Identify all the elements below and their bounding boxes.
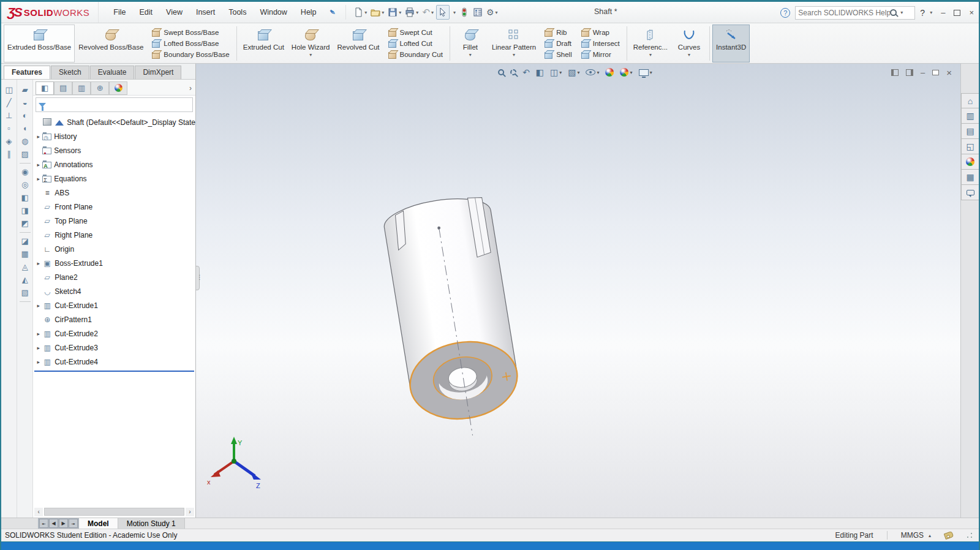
select-dropdown[interactable]: ▾ [451, 8, 457, 17]
open-button[interactable]: ▾ [369, 6, 385, 19]
menu-edit[interactable]: Edit [134, 6, 159, 19]
axis-tool-icon[interactable]: ╱ [7, 99, 12, 107]
units-dropdown[interactable]: MMGS▴ [901, 531, 931, 540]
swept-boss-base-button[interactable]: Swept Boss/Base [149, 28, 231, 37]
menu-file[interactable]: File [107, 6, 132, 19]
configurationmanager-tab[interactable]: ▥ [72, 81, 91, 95]
feature-tool-icon[interactable]: ◨ [21, 206, 28, 215]
feature-tool-icon[interactable]: ◧ [21, 194, 28, 202]
swept-cut-button[interactable]: Swept Cut [386, 28, 445, 37]
help-menu[interactable]: ? [920, 8, 925, 18]
tab-evaluate[interactable]: Evaluate [90, 66, 135, 79]
mate-reference-tool-icon[interactable]: ∥ [7, 150, 11, 159]
expand-arrow-icon[interactable]: ▸ [34, 260, 42, 266]
intersect-button[interactable]: Intersect [579, 39, 622, 48]
search-icon[interactable] [890, 9, 897, 16]
featuremanager-design-tree-tab[interactable]: ◧ [36, 81, 54, 95]
first-tab-icon[interactable]: ⯬ [39, 519, 48, 528]
coordinate-system-tool-icon[interactable]: ⊥ [6, 111, 12, 120]
rib-button[interactable]: Rib [542, 28, 574, 37]
menu-view[interactable]: View [160, 6, 189, 19]
draft-button[interactable]: Draft [542, 39, 574, 48]
next-tab-icon[interactable]: ▶ [59, 519, 68, 528]
view-palette-button[interactable]: ◱ [961, 139, 979, 154]
feature-tool-icon[interactable]: ◎ [21, 181, 28, 189]
menu-insert[interactable]: Insert [190, 6, 221, 19]
previous-tab-icon[interactable]: ◀ [49, 519, 58, 528]
feature-tool-icon[interactable]: ◍ [21, 137, 28, 146]
scrollbar-thumb[interactable] [44, 508, 184, 516]
tree-item-cut-extrude4[interactable]: ▸ ▥ Cut-Extrude4 [34, 355, 195, 369]
undo-button[interactable]: ↶ ▾ [421, 6, 435, 19]
feature-tool-icon[interactable]: ◩ [21, 219, 28, 228]
menu-help[interactable]: Help [295, 6, 323, 19]
extruded-boss-base-button[interactable]: Extruded Boss/Base [4, 24, 75, 62]
tab-features[interactable]: Features [4, 66, 50, 79]
panel-horizontal-scrollbar[interactable]: ‹ › [34, 507, 194, 516]
rollback-bar[interactable] [34, 371, 194, 372]
tree-item-origin[interactable]: ▸ ∟ Origin [34, 242, 195, 256]
shell-button[interactable]: Shell [542, 50, 574, 59]
boundary-cut-button[interactable]: Boundary Cut [386, 50, 445, 59]
panel-expand-chevron[interactable]: › [189, 84, 194, 92]
tree-item-history[interactable]: ▸ History [34, 129, 195, 143]
center-of-mass-tool-icon[interactable]: ◈ [6, 137, 12, 146]
tree-item-cirpattern1[interactable]: ▸ ⊕ CirPattern1 [34, 312, 195, 326]
lofted-cut-button[interactable]: Lofted Cut [386, 39, 445, 48]
wrap-button[interactable]: Wrap [579, 28, 622, 37]
expand-arrow-icon[interactable]: ▸ [34, 176, 42, 182]
displaymanager-tab[interactable] [109, 81, 127, 95]
help-search-input[interactable] [798, 9, 890, 17]
solidworks-resources-button[interactable]: ⌂ [961, 93, 979, 108]
model-tab[interactable]: Model [79, 518, 118, 529]
new-document-button[interactable]: ▾ [352, 6, 368, 19]
tree-item-cut-extrude3[interactable]: ▸ ▥ Cut-Extrude3 [34, 341, 195, 355]
close-button[interactable]: × [969, 8, 974, 17]
tree-item-cut-extrude2[interactable]: ▸ ▥ Cut-Extrude2 [34, 326, 195, 341]
menu-tools[interactable]: Tools [222, 6, 252, 19]
search-dropdown-icon[interactable]: ▾ [900, 10, 903, 15]
tree-item-sensors[interactable]: ▸ Sensors [34, 143, 195, 157]
lofted-boss-base-button[interactable]: Lofted Boss/Base [149, 39, 231, 48]
help-circle-icon[interactable]: ? [780, 8, 790, 18]
plane-tool-icon[interactable]: ◫ [5, 86, 12, 94]
menu-window[interactable]: Window [254, 6, 293, 19]
selection-filter-button[interactable] [458, 6, 470, 19]
file-explorer-button[interactable]: ▤ [961, 124, 979, 139]
tree-item-top-plane[interactable]: ▸ ▱ Top Plane [34, 214, 195, 228]
revolved-boss-base-button[interactable]: Revolved Boss/Base [75, 24, 147, 62]
tree-item-right-plane[interactable]: ▸ ▱ Right Plane [34, 228, 195, 242]
linear-pattern-button[interactable]: Linear Pattern ▾ [488, 24, 540, 62]
design-library-button[interactable]: ▥ [961, 108, 979, 124]
tree-item-boss-extrude1[interactable]: ▸ ▣ Boss-Extrude1 [34, 256, 195, 270]
solidworks-forum-button[interactable] [961, 185, 979, 200]
tab-dimxpert[interactable]: DimXpert [135, 66, 181, 79]
minimize-button[interactable]: ‒ [941, 8, 945, 17]
tree-item-equations[interactable]: ▸ Equations [34, 171, 195, 186]
expand-arrow-icon[interactable]: ▸ [34, 162, 42, 168]
tree-filter-input[interactable] [48, 100, 190, 109]
tree-item-cut-extrude1[interactable]: ▸ ▥ Cut-Extrude1 [34, 298, 195, 312]
select-button[interactable] [436, 5, 450, 20]
hole-wizard-button[interactable]: Hole Wizard ▾ [288, 24, 334, 62]
fillet-button[interactable]: Fillet ▾ [453, 24, 488, 62]
pin-toolbar-icon[interactable]: ✒ [326, 6, 338, 18]
save-button[interactable]: ▾ [386, 6, 402, 19]
feature-tool-icon[interactable]: ▦ [21, 250, 28, 258]
motion-study-tab[interactable]: Motion Study 1 [118, 518, 185, 529]
feature-tool-icon[interactable]: ▨ [21, 150, 28, 159]
mirror-button[interactable]: Mirror [579, 50, 622, 59]
expand-arrow-icon[interactable]: ▸ [34, 134, 42, 140]
tree-item-front-plane[interactable]: ▸ ▱ Front Plane [34, 200, 195, 214]
expand-arrow-icon[interactable]: ▸ [34, 359, 42, 365]
print-button[interactable]: ▾ [404, 6, 420, 19]
boundary-boss-base-button[interactable]: Boundary Boss/Base [149, 50, 231, 59]
appearances-scenes-button[interactable] [961, 154, 979, 170]
custom-properties-button[interactable]: ▦ [961, 170, 979, 185]
scroll-right-icon[interactable]: › [186, 508, 194, 516]
feature-tool-icon[interactable]: ◐ [23, 111, 28, 120]
tags-icon[interactable] [944, 531, 954, 540]
reference-geometry-button[interactable]: Referenc... ▾ [630, 24, 671, 62]
curves-button[interactable]: Curves ▾ [671, 24, 707, 62]
shaft-model[interactable] [196, 64, 960, 518]
